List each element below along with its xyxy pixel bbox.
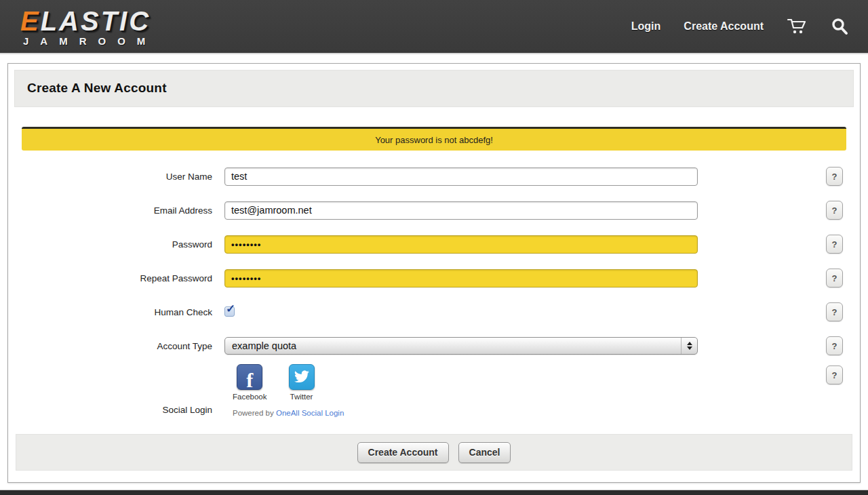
cart-icon[interactable] <box>787 18 807 35</box>
human-check-help-button[interactable]: ? <box>826 302 843 321</box>
search-icon[interactable] <box>830 17 849 36</box>
repeat-password-label: Repeat Password <box>14 273 224 283</box>
main-container: Create A New Account Your password is no… <box>7 63 861 483</box>
facebook-icon: f <box>237 364 262 390</box>
email-label: Email Address <box>14 205 224 216</box>
powered-by-text: Powered by <box>233 409 274 417</box>
account-type-help-button[interactable]: ? <box>826 336 843 355</box>
logo-accent-letter: E <box>20 6 41 36</box>
account-type-label: Account Type <box>14 341 224 351</box>
human-check-checkbox[interactable]: ✓ <box>224 306 235 317</box>
powered-by-line: Powered by OneAll Social Login <box>224 409 344 417</box>
username-input[interactable] <box>224 167 698 186</box>
select-stepper-icon <box>681 338 697 354</box>
facebook-label: Facebook <box>233 393 267 401</box>
form-row-password: Password ? <box>14 227 854 261</box>
twitter-login-button[interactable]: Twitter <box>289 364 315 401</box>
facebook-login-button[interactable]: f Facebook <box>233 364 267 401</box>
repeat-password-help-button[interactable]: ? <box>826 269 843 288</box>
arrow-up-icon <box>687 342 692 345</box>
form-row-username: User Name ? <box>14 159 854 193</box>
password-label: Password <box>14 239 224 250</box>
email-input[interactable] <box>224 201 698 220</box>
form-row-human-check: Human Check ✓ ? <box>14 295 854 329</box>
social-login-label: Social Login <box>14 363 224 415</box>
alert-banner: Your password is not abcdefg! <box>22 127 846 151</box>
account-type-selected-value: example quota <box>225 340 681 351</box>
form-footer-bar: Create Account Cancel <box>16 434 852 471</box>
twitter-bird-icon <box>294 370 310 384</box>
logo-rest: LASTIC <box>41 6 151 36</box>
create-account-button[interactable]: Create Account <box>357 442 449 463</box>
checkmark-icon: ✓ <box>226 302 235 316</box>
password-help-button[interactable]: ? <box>826 235 843 254</box>
cancel-button[interactable]: Cancel <box>458 442 511 463</box>
human-check-label: Human Check <box>14 307 224 317</box>
nav-login-link[interactable]: Login <box>631 20 661 33</box>
twitter-label: Twitter <box>290 393 313 401</box>
logo-wordmark: ELASTIC <box>20 7 157 35</box>
site-logo[interactable]: ELASTIC JAMROOM <box>20 7 157 46</box>
logo-subtitle: JAMROOM <box>20 36 157 46</box>
oneall-link[interactable]: OneAll Social Login <box>276 409 344 417</box>
form-row-account-type: Account Type example quota ? <box>14 329 854 363</box>
form-row-social-login: Social Login f Facebook <box>14 363 854 428</box>
header-nav: Login Create Account <box>631 17 849 36</box>
social-providers: f Facebook Twitter <box>224 363 315 401</box>
repeat-password-input[interactable] <box>224 269 698 288</box>
form-row-email: Email Address ? <box>14 193 854 227</box>
social-login-help-button[interactable]: ? <box>826 365 843 384</box>
site-header: ELASTIC JAMROOM Login Create Account <box>0 0 868 54</box>
username-help-button[interactable]: ? <box>826 167 843 186</box>
nav-create-account-link[interactable]: Create Account <box>684 20 764 33</box>
bottom-footer-strip <box>0 490 868 495</box>
facebook-glyph: f <box>246 369 253 392</box>
page-titlebar: Create A New Account <box>14 70 854 107</box>
account-type-select[interactable]: example quota <box>224 337 698 355</box>
alert-message: Your password is not abcdefg! <box>375 135 493 145</box>
username-label: User Name <box>14 172 224 182</box>
page-title: Create A New Account <box>27 81 841 96</box>
form-row-repeat-password: Repeat Password ? <box>14 261 854 295</box>
password-input[interactable] <box>224 235 698 254</box>
arrow-down-icon <box>687 346 692 350</box>
create-account-form: User Name ? Email Address ? Password ? R… <box>14 159 854 428</box>
email-help-button[interactable]: ? <box>826 201 843 220</box>
twitter-icon <box>289 364 315 390</box>
